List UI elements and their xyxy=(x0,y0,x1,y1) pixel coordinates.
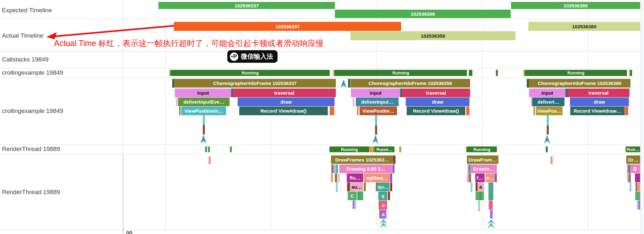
slice-tick[interactable] xyxy=(479,192,481,200)
slice-tick[interactable] xyxy=(331,173,333,182)
record-draw-slice[interactable]: Record View#draw() xyxy=(407,107,465,115)
running-tick[interactable] xyxy=(370,146,372,152)
traversal-slice[interactable]: traversal xyxy=(567,89,630,97)
slice-tick[interactable] xyxy=(390,183,392,191)
vertical-scrollbar[interactable] xyxy=(640,0,644,234)
running-bar[interactable]: Running xyxy=(171,70,330,76)
expected-frame-bar[interactable]: 102536337 xyxy=(158,2,335,9)
flush-slice[interactable]: f… xyxy=(475,173,485,182)
slice[interactable] xyxy=(625,107,628,115)
viewpostime-slice[interactable]: ViewPostIm… xyxy=(360,107,397,115)
running-tick[interactable] xyxy=(469,70,472,76)
running-tick[interactable] xyxy=(230,146,232,152)
drawing-slice[interactable]: Drawin… xyxy=(471,164,497,173)
flush-slice[interactable]: flu… xyxy=(347,173,363,182)
drawframes-slice[interactable]: DrawFram… xyxy=(467,155,498,164)
slice-tick[interactable] xyxy=(348,79,350,88)
running-tick[interactable] xyxy=(205,146,207,152)
slice-tick[interactable] xyxy=(347,183,350,191)
running-tick[interactable] xyxy=(546,146,548,152)
slice-tick[interactable] xyxy=(393,155,395,164)
deliver-input-slice[interactable]: deliverInput… xyxy=(356,98,399,106)
track-label: Expected Timeline xyxy=(2,7,52,14)
slice[interactable]: a xyxy=(380,210,386,219)
running-tick[interactable] xyxy=(496,70,498,76)
slice[interactable]: C xyxy=(348,192,357,200)
slice-tick[interactable] xyxy=(176,98,178,106)
eglswap-slice[interactable]: eglSwa… xyxy=(364,173,390,182)
running-bar[interactable]: Running xyxy=(525,70,627,76)
slice-tick[interactable] xyxy=(388,192,390,200)
slice[interactable]: qu… xyxy=(377,183,390,191)
running-bar[interactable]: Run… xyxy=(626,146,640,152)
record-draw-slice[interactable]: Record View#draw() xyxy=(239,107,328,115)
slice[interactable]: au… xyxy=(350,183,363,191)
slice[interactable] xyxy=(489,201,493,210)
slice[interactable] xyxy=(330,107,334,115)
slice-tick[interactable] xyxy=(364,183,366,191)
actual-frame-bar-janky[interactable]: 102536337 xyxy=(174,22,401,31)
slice-tick[interactable] xyxy=(390,173,392,182)
drawframes-slice[interactable]: Dr… xyxy=(626,155,640,164)
slice-tick[interactable] xyxy=(495,173,497,182)
slice[interactable] xyxy=(488,183,493,200)
draw-slice[interactable]: draw xyxy=(570,98,629,106)
record-draw-slice[interactable]: Record View#draw… xyxy=(570,107,625,115)
trace-marker-pin[interactable] xyxy=(201,135,206,144)
trace-marker-pin[interactable] xyxy=(544,135,550,144)
trace-marker-pin[interactable] xyxy=(488,219,495,229)
slice-tick[interactable] xyxy=(354,201,356,209)
slice[interactable] xyxy=(490,210,493,219)
input-slice[interactable]: input xyxy=(351,89,400,97)
draw-slice[interactable]: draw xyxy=(406,98,469,106)
slice[interactable]: o xyxy=(380,201,387,210)
slice-tick[interactable] xyxy=(629,173,631,182)
slice-tick[interactable] xyxy=(335,173,337,182)
marker-line xyxy=(470,182,472,192)
draw-slice[interactable]: draw xyxy=(238,98,335,106)
drawing-slice[interactable]: D xyxy=(630,164,640,173)
slice-tick[interactable] xyxy=(353,98,355,106)
expected-frame-bar[interactable]: 102536380 xyxy=(511,2,640,9)
running-bar[interactable]: Running xyxy=(335,70,467,76)
choreographer-slice[interactable]: Choreographer#doFrame 102536358 xyxy=(350,79,470,88)
eglswap-slice[interactable]: e… xyxy=(486,173,495,182)
deliver-input-slice[interactable]: deliverInputEve… xyxy=(178,98,230,106)
slice-tick[interactable] xyxy=(338,173,340,182)
slice[interactable]: q xyxy=(378,192,387,200)
slice-tick[interactable] xyxy=(333,164,335,173)
slice-tick[interactable] xyxy=(361,192,363,200)
choreographer-slice[interactable]: Choreographer#doFrame 102536380 xyxy=(529,79,630,88)
running-bar[interactable]: Running xyxy=(329,146,369,152)
running-bar[interactable]: Running xyxy=(467,146,497,152)
slice-tick[interactable] xyxy=(469,173,471,182)
drawframes-slice[interactable]: DrawFrames 1025363… xyxy=(331,155,393,164)
viewpostime-slice[interactable]: ViewPostImeIn… xyxy=(181,107,226,115)
actual-frame-bar[interactable]: 102536358 xyxy=(350,31,516,40)
traversal-slice[interactable]: traversal xyxy=(402,89,470,97)
running-bar[interactable]: Runni… xyxy=(374,146,394,152)
slice[interactable] xyxy=(466,107,469,115)
choreographer-slice[interactable]: Choreographer#doFrame 102536337 xyxy=(174,79,336,88)
running-tick[interactable] xyxy=(630,70,632,76)
actual-frame-bar[interactable]: 102536380 xyxy=(528,22,640,31)
viewpostime-slice[interactable]: ViewPos… xyxy=(536,107,563,115)
slice-tick[interactable] xyxy=(336,164,338,173)
slice[interactable]: a xyxy=(478,183,484,191)
running-tick[interactable] xyxy=(399,146,401,152)
input-slice[interactable]: input xyxy=(529,89,565,97)
slice-tick[interactable] xyxy=(393,164,394,173)
slice[interactable] xyxy=(637,183,640,191)
slice[interactable] xyxy=(635,173,640,182)
running-tick[interactable] xyxy=(208,146,210,152)
trace-marker-pin[interactable] xyxy=(380,219,387,229)
trace-marker-pin[interactable] xyxy=(341,79,346,88)
slice[interactable] xyxy=(635,192,640,200)
trace-marker-pin[interactable] xyxy=(373,135,378,144)
slice-tick[interactable] xyxy=(478,201,480,211)
deliver-input-slice[interactable]: deliverI… xyxy=(532,98,564,106)
expected-frame-bar[interactable]: 102536358 xyxy=(335,10,511,18)
traversal-slice[interactable]: traversal xyxy=(233,89,336,97)
drawing-slice[interactable]: Drawing 0.00 3… xyxy=(339,164,392,173)
input-slice[interactable]: input xyxy=(175,89,231,97)
